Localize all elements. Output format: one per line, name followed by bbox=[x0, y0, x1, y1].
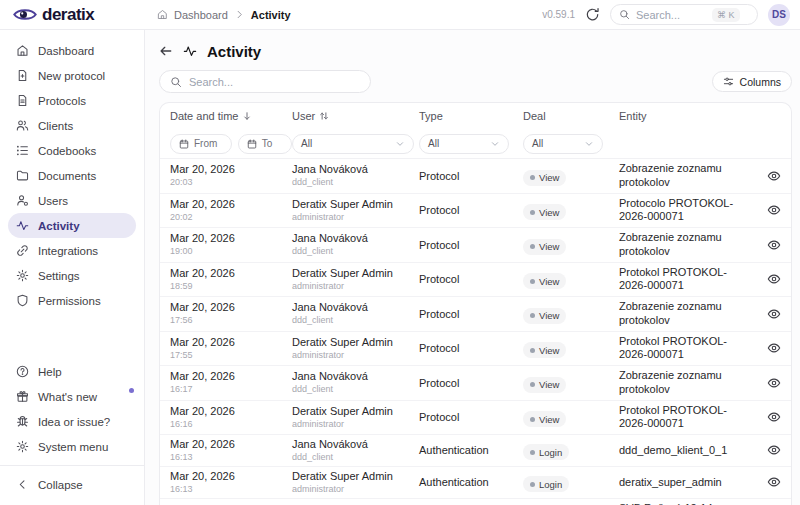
sidebar-item[interactable]: Dashboard bbox=[8, 38, 136, 63]
eye-icon bbox=[767, 341, 781, 355]
main-content: Activity Columns Date and time bbox=[145, 30, 800, 505]
sidebar-item-label: Clients bbox=[38, 120, 73, 132]
view-details-button[interactable] bbox=[767, 272, 781, 286]
cell-date: Mar 20, 2026 19:00 bbox=[170, 232, 292, 257]
table-row[interactable]: Mar 20, 2026 17:55 Deratix Super Admin a… bbox=[160, 332, 791, 367]
cell-user: Jana Nováková ddd_client bbox=[292, 163, 419, 188]
cell-type: Protocol bbox=[419, 204, 523, 216]
cell-type: Protocol bbox=[419, 239, 523, 251]
sidebar-item-label: New protocol bbox=[38, 70, 105, 82]
columns-button[interactable]: Columns bbox=[712, 71, 792, 92]
sidebar-item[interactable]: Clients bbox=[8, 113, 136, 138]
sidebar-item[interactable]: Users bbox=[8, 188, 136, 213]
table-row[interactable]: Mar 20, 2026 16:13 Jana Nováková ddd_cli… bbox=[160, 435, 791, 467]
sidebar-item[interactable]: Documents bbox=[8, 163, 136, 188]
status-badge: View bbox=[523, 377, 566, 393]
sidebar-item[interactable]: Integrations bbox=[8, 238, 136, 263]
notification-dot bbox=[129, 388, 134, 393]
table-row[interactable]: Mar 20, 2026 16:17 Jana Nováková ddd_cli… bbox=[160, 366, 791, 401]
view-details-button[interactable] bbox=[767, 376, 781, 390]
sidebar-collapse-button[interactable]: Collapse bbox=[8, 472, 136, 497]
sidebar-item[interactable]: Permissions bbox=[8, 288, 136, 313]
cell-entity: Protokol PROTOKOL-2026-000071 bbox=[619, 335, 755, 363]
global-search-input[interactable] bbox=[636, 9, 706, 21]
view-details-button[interactable] bbox=[767, 341, 781, 355]
view-details-button[interactable] bbox=[767, 203, 781, 217]
view-details-button[interactable] bbox=[767, 307, 781, 321]
sidebar-item[interactable]: Activity bbox=[8, 213, 136, 238]
column-header-entity[interactable]: Entity bbox=[619, 110, 755, 122]
table-row[interactable]: Mar 20, 2026 19:00 Jana Nováková ddd_cli… bbox=[160, 228, 791, 263]
cell-date: Mar 20, 2026 20:03 bbox=[170, 163, 292, 188]
view-details-button[interactable] bbox=[767, 410, 781, 424]
file-plus-icon bbox=[16, 69, 29, 82]
column-header-type[interactable]: Type bbox=[419, 110, 523, 122]
sort-desc-icon[interactable] bbox=[242, 111, 252, 121]
cell-entity: Zobrazenie zoznamu protokolov bbox=[619, 300, 755, 328]
folder-icon bbox=[16, 169, 29, 182]
sort-both-icon[interactable] bbox=[319, 111, 329, 121]
cell-deal: View bbox=[523, 373, 619, 393]
table-row[interactable]: Mar 20, 2026 17:56 Jana Nováková ddd_cli… bbox=[160, 297, 791, 332]
column-header-deal[interactable]: Deal bbox=[523, 110, 619, 122]
back-arrow-icon[interactable] bbox=[159, 44, 173, 58]
breadcrumb-current: Activity bbox=[251, 9, 291, 21]
deratix-logo[interactable]: deratix bbox=[12, 5, 145, 25]
column-header-date[interactable]: Date and time bbox=[170, 110, 292, 122]
sidebar-item[interactable]: Codebooks bbox=[8, 138, 136, 163]
column-header-user[interactable]: User bbox=[292, 110, 419, 122]
cell-deal: View bbox=[523, 235, 619, 255]
table-row[interactable]: Mar 20, 2026 18:59 Deratix Super Admin a… bbox=[160, 263, 791, 298]
status-badge: View bbox=[523, 204, 566, 220]
cell-user: Deratix Super Admin administrator bbox=[292, 336, 419, 361]
table-row[interactable]: Mar 20, 2026 16:16 Deratix Super Admin a… bbox=[160, 401, 791, 436]
breadcrumb-dashboard[interactable]: Dashboard bbox=[174, 9, 228, 21]
table-row[interactable]: Mar 20, 2026 20:02 Deratix Super Admin a… bbox=[160, 194, 791, 229]
eye-icon bbox=[767, 443, 781, 457]
user-avatar[interactable]: DS bbox=[768, 4, 790, 26]
date-from-filter[interactable]: From bbox=[170, 134, 232, 154]
refresh-icon[interactable] bbox=[585, 7, 600, 22]
view-details-button[interactable] bbox=[767, 169, 781, 183]
sidebar-item-label: Permissions bbox=[38, 295, 101, 307]
cell-type: Authentication bbox=[419, 444, 523, 456]
sidebar-item[interactable]: Settings bbox=[8, 263, 136, 288]
cell-user: Jana Nováková ddd_client bbox=[292, 370, 419, 395]
sidebar-item-label: Codebooks bbox=[38, 145, 96, 157]
activity-pulse-icon bbox=[183, 44, 197, 58]
sidebar-footer-item[interactable]: Help bbox=[8, 359, 136, 384]
sidebar-footer-item[interactable]: What's new bbox=[8, 384, 136, 409]
search-shortcut-badge: ⌘ K bbox=[712, 8, 740, 22]
table-row[interactable]: Jan 17, 2026 12:00 Martin Kováč ddd_tech… bbox=[160, 499, 791, 505]
sidebar-item-label: Settings bbox=[38, 270, 80, 282]
deal-filter-select[interactable]: All bbox=[523, 134, 603, 154]
user-filter-select[interactable]: All bbox=[292, 134, 414, 154]
users-icon bbox=[16, 119, 29, 132]
cell-type: Protocol bbox=[419, 308, 523, 320]
type-filter-select[interactable]: All bbox=[419, 134, 509, 154]
chevron-down-icon bbox=[490, 139, 500, 149]
activity-search-input[interactable] bbox=[189, 76, 360, 88]
search-icon bbox=[170, 76, 182, 88]
home-icon bbox=[157, 9, 168, 20]
chevron-down-icon bbox=[584, 139, 594, 149]
cell-entity: Protocolo PROTOKOL-2026-000071 bbox=[619, 197, 755, 225]
view-details-button[interactable] bbox=[767, 475, 781, 489]
activity-search[interactable] bbox=[159, 70, 371, 93]
cell-entity: Zobrazenie zoznamu protokolov bbox=[619, 231, 755, 259]
view-details-button[interactable] bbox=[767, 238, 781, 252]
chevron-left-icon bbox=[16, 478, 29, 491]
date-to-filter[interactable]: To bbox=[238, 134, 292, 154]
cell-type: Authentication bbox=[419, 476, 523, 488]
sidebar-footer-item[interactable]: Idea or issue? bbox=[8, 409, 136, 434]
sidebar-item[interactable]: New protocol bbox=[8, 63, 136, 88]
cell-deal: View bbox=[523, 339, 619, 359]
sidebar-item[interactable]: Protocols bbox=[8, 88, 136, 113]
view-details-button[interactable] bbox=[767, 443, 781, 457]
gear-icon bbox=[16, 269, 29, 282]
global-search[interactable]: ⌘ K bbox=[610, 4, 758, 25]
breadcrumb: Dashboard Activity bbox=[157, 9, 291, 21]
table-row[interactable]: Mar 20, 2026 16:13 Deratix Super Admin a… bbox=[160, 467, 791, 499]
sidebar-footer-item[interactable]: System menu bbox=[8, 434, 136, 459]
table-row[interactable]: Mar 20, 2026 20:03 Jana Nováková ddd_cli… bbox=[160, 159, 791, 194]
